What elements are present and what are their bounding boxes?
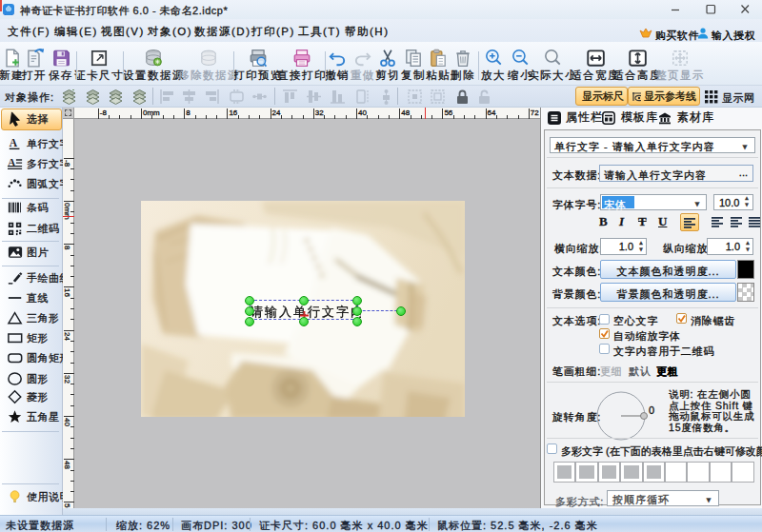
svg-text:A: A xyxy=(10,137,18,148)
